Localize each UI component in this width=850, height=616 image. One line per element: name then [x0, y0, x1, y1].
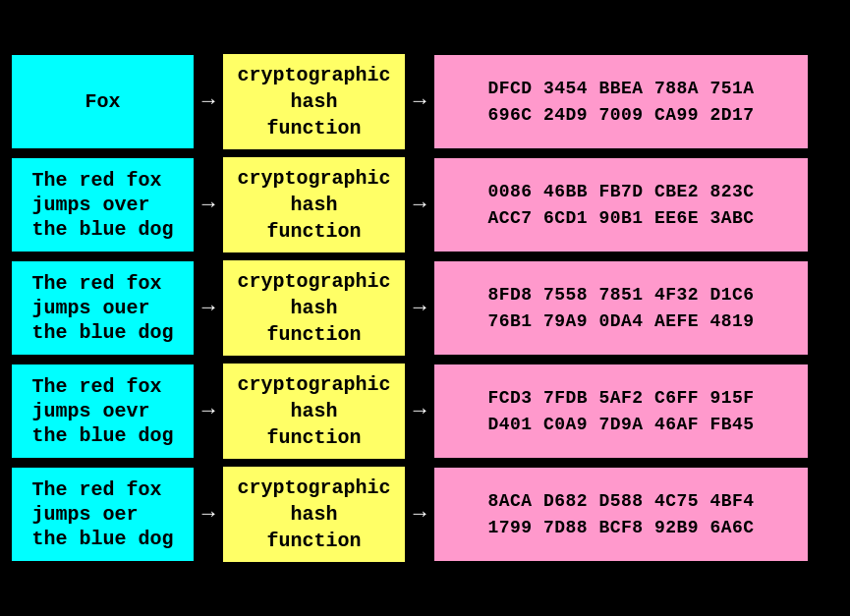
arrow-right-3: →	[405, 399, 434, 423]
hash-row-1: The red fox jumps over the blue dog→cryp…	[12, 157, 838, 252]
hash-row-2: The red fox jumps ouer the blue dog→cryp…	[12, 260, 838, 356]
hash-function-box-0: cryptographic hash function	[223, 54, 405, 149]
output-line1-3: FCD3 7FDB 5AF2 C6FF 915FD401 C0A9 7D9A 4…	[487, 385, 754, 438]
hash-output-2: 8FD8 7558 7851 4F32 D1C676B1 79A9 0DA4 A…	[434, 261, 808, 355]
main-container: Fox→cryptographic hash function→DFCD 345…	[0, 42, 850, 574]
hash-row-4: The red fox jumps oer the blue dog→crypt…	[12, 467, 838, 562]
input-text-1: The red fox jumps over the blue dog	[12, 158, 194, 252]
hash-output-3: FCD3 7FDB 5AF2 C6FF 915FD401 C0A9 7D9A 4…	[434, 364, 808, 458]
arrow-left-4: →	[194, 502, 223, 527]
hash-row-0: Fox→cryptographic hash function→DFCD 345…	[12, 54, 838, 149]
arrow-left-3: →	[194, 399, 223, 423]
hash-output-4: 8ACA D682 D588 4C75 4BF41799 7D88 BCF8 9…	[434, 468, 808, 561]
hash-function-box-3: cryptographic hash function	[223, 364, 405, 459]
output-line1-2: 8FD8 7558 7851 4F32 D1C676B1 79A9 0DA4 A…	[487, 282, 754, 335]
arrow-left-0: →	[194, 89, 223, 114]
arrow-right-4: →	[405, 502, 434, 527]
hash-function-box-2: cryptographic hash function	[223, 260, 405, 356]
output-line2-0: 696C 24D9 7009 CA99 2D17	[487, 105, 754, 125]
output-line2-1: ACC7 6CD1 90B1 EE6E 3ABC	[487, 208, 754, 228]
arrow-right-1: →	[405, 193, 434, 217]
output-line2-2: 76B1 79A9 0DA4 AEFE 4819	[487, 311, 754, 331]
arrow-left-2: →	[194, 296, 223, 320]
input-text-4: The red fox jumps oer the blue dog	[12, 468, 194, 561]
hash-function-box-1: cryptographic hash function	[223, 157, 405, 252]
input-text-0: Fox	[12, 55, 194, 148]
output-line1-4: 8ACA D682 D588 4C75 4BF41799 7D88 BCF8 9…	[487, 488, 754, 541]
output-line1-1: 0086 46BB FB7D CBE2 823CACC7 6CD1 90B1 E…	[487, 179, 754, 232]
hash-output-0: DFCD 3454 BBEA 788A 751A696C 24D9 7009 C…	[434, 55, 808, 148]
arrow-right-0: →	[405, 89, 434, 114]
hash-function-box-4: cryptographic hash function	[223, 467, 405, 562]
hash-row-3: The red fox jumps oevr the blue dog→cryp…	[12, 364, 838, 459]
output-line2-3: D401 C0A9 7D9A 46AF FB45	[487, 415, 754, 434]
hash-output-1: 0086 46BB FB7D CBE2 823CACC7 6CD1 90B1 E…	[434, 158, 808, 252]
arrow-left-1: →	[194, 193, 223, 217]
input-text-2: The red fox jumps ouer the blue dog	[12, 261, 194, 355]
arrow-right-2: →	[405, 296, 434, 320]
input-text-3: The red fox jumps oevr the blue dog	[12, 364, 194, 458]
output-line2-4: 1799 7D88 BCF8 92B9 6A6C	[487, 518, 754, 537]
output-line1-0: DFCD 3454 BBEA 788A 751A696C 24D9 7009 C…	[487, 76, 754, 129]
